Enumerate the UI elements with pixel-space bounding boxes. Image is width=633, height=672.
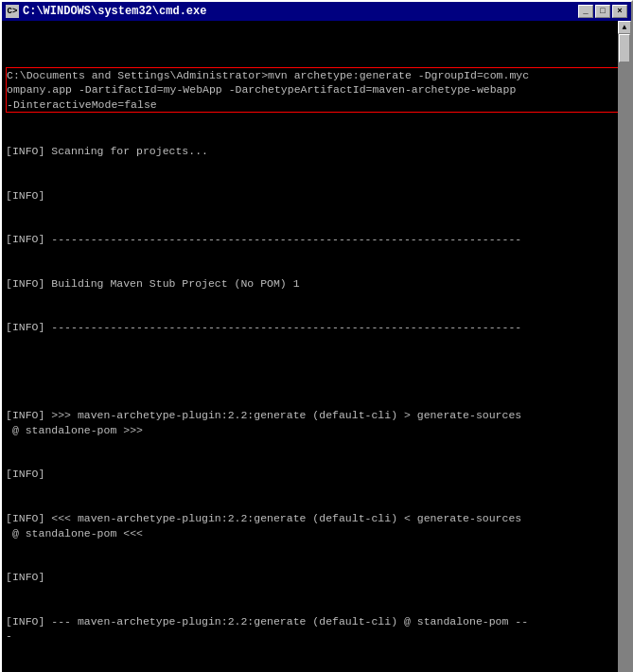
scroll-track [618, 34, 631, 672]
line-5: [INFO] ---------------------------------… [6, 320, 627, 335]
line-7: [INFO] >>> maven-archetype-plugin:2.2:ge… [6, 408, 627, 437]
line-8: [INFO] [6, 467, 627, 482]
close-button[interactable]: × [612, 5, 627, 18]
scroll-up-arrow[interactable]: ▲ [618, 21, 631, 34]
minimize-button[interactable]: _ [578, 5, 593, 18]
cmd-window: C> C:\WINDOWS\system32\cmd.exe _ □ × C:\… [0, 0, 633, 672]
maximize-button[interactable]: □ [595, 5, 610, 18]
window-title: C:\WINDOWS\system32\cmd.exe [23, 5, 206, 18]
cmd-icon: C> [6, 5, 19, 18]
line-11: [INFO] --- maven-archetype-plugin:2.2:ge… [6, 614, 627, 644]
console-content: C:\Documents and Settings\Administrator>… [6, 23, 627, 672]
line-1: [INFO] Scanning for projects... [6, 144, 627, 159]
title-bar-buttons: _ □ × [578, 5, 627, 18]
line-9: [INFO] <<< maven-archetype-plugin:2.2:ge… [6, 511, 627, 540]
title-bar: C> C:\WINDOWS\system32\cmd.exe _ □ × [2, 2, 631, 21]
line-3: [INFO] ---------------------------------… [6, 232, 627, 247]
console-area: C:\Documents and Settings\Administrator>… [2, 21, 631, 672]
title-bar-left: C> C:\WINDOWS\system32\cmd.exe [6, 5, 206, 18]
line-6 [6, 364, 627, 380]
cmd-input-line: C:\Documents and Settings\Administrator>… [6, 67, 627, 114]
scroll-thumb[interactable] [619, 34, 630, 62]
line-4: [INFO] Building Maven Stub Project (No P… [6, 276, 627, 292]
line-2: [INFO] [6, 188, 627, 203]
vertical-scrollbar[interactable]: ▲ ▼ [618, 21, 631, 672]
line-10: [INFO] [6, 570, 627, 585]
